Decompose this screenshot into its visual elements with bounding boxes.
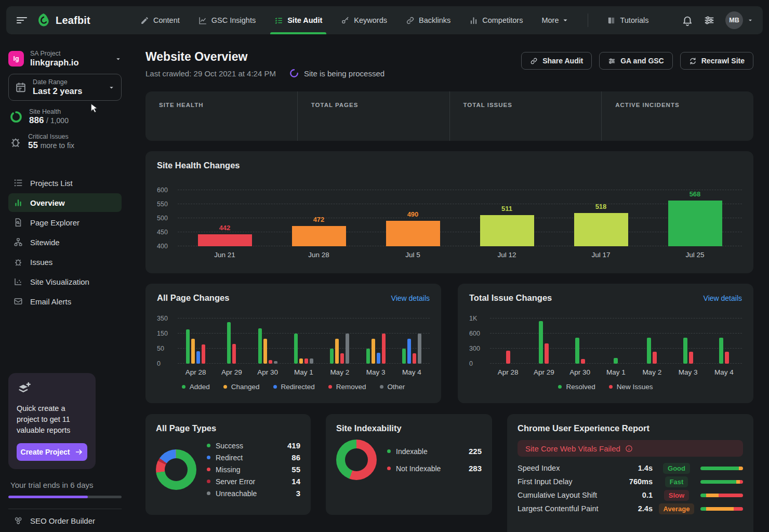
share-audit-button[interactable]: Share Audit <box>521 52 592 70</box>
project-selector[interactable]: lg SA Project linkgraph.io <box>8 50 122 68</box>
bar-new-issues[interactable] <box>689 352 693 364</box>
bar-other[interactable] <box>310 358 313 364</box>
bar-other[interactable] <box>346 334 349 364</box>
hamburger-icon[interactable] <box>16 14 28 26</box>
legend-item-missing[interactable]: Missing55 <box>207 463 300 475</box>
bar-resolved[interactable] <box>539 321 543 364</box>
nav-item-content[interactable]: Content <box>140 6 180 34</box>
bar-removed[interactable] <box>340 353 344 364</box>
bar-changed[interactable] <box>263 339 267 364</box>
sidebar-item-email-alerts[interactable]: Email Alerts <box>8 292 122 311</box>
bar-removed[interactable] <box>232 344 236 364</box>
critical-issues-summary: Critical Issues 55 more to fix <box>8 133 122 151</box>
bar-group <box>598 318 634 364</box>
bar-added[interactable] <box>227 322 231 364</box>
nav-item-site-audit[interactable]: Site Audit <box>274 6 322 34</box>
legend-item-removed[interactable]: Removed <box>328 383 366 391</box>
bar-resolved[interactable] <box>614 358 618 364</box>
legend-item-added[interactable]: Added <box>182 383 210 391</box>
bell-icon[interactable] <box>682 15 693 26</box>
brand[interactable]: Leafbit <box>35 12 90 28</box>
bar-changed[interactable] <box>191 339 195 364</box>
nav-item-keywords[interactable]: Keywords <box>341 6 387 34</box>
view-details-link[interactable]: View details <box>391 294 430 302</box>
bar[interactable] <box>198 234 252 246</box>
user-menu[interactable]: MB <box>725 11 753 29</box>
bar-redirected[interactable] <box>377 353 380 364</box>
sliders-icon[interactable] <box>704 15 715 26</box>
bar[interactable] <box>574 213 628 246</box>
sidebar-item-overview[interactable]: Overview <box>8 193 122 212</box>
donut-chart[interactable] <box>336 440 377 480</box>
nav-item-gsc-insights[interactable]: GSC Insights <box>198 6 256 34</box>
nav-item-more[interactable]: More <box>541 6 569 34</box>
bar[interactable] <box>668 201 722 246</box>
sidebar-item-sitewide[interactable]: Sitewide <box>8 233 122 251</box>
bar-resolved[interactable] <box>683 338 687 364</box>
bar-redirected[interactable] <box>196 351 200 364</box>
sidebar-item-issues[interactable]: Issues <box>8 252 122 271</box>
bar-added[interactable] <box>186 329 190 364</box>
bar-removed[interactable] <box>413 353 416 364</box>
bar-added[interactable] <box>294 334 298 364</box>
bar[interactable] <box>292 226 346 246</box>
bar-redirected[interactable] <box>407 339 411 364</box>
bar-removed[interactable] <box>304 358 308 364</box>
avatar[interactable]: MB <box>725 11 743 29</box>
mouse-cursor <box>88 102 100 114</box>
nav-item-tutorials[interactable]: Tutorials <box>607 6 648 34</box>
sidebar-item-order-links-content[interactable]: Order Links & Content <box>8 530 122 532</box>
bar-added[interactable] <box>366 349 370 364</box>
legend-item-server-error[interactable]: Server Error14 <box>207 475 300 487</box>
legend-item-success[interactable]: Success419 <box>207 440 300 451</box>
legend-item-other[interactable]: Other <box>380 383 405 391</box>
bar[interactable] <box>480 215 534 246</box>
ga-and-gsc-button[interactable]: GA and GSC <box>599 52 673 70</box>
date-range-select[interactable]: Date Range Last 2 years <box>8 74 122 101</box>
legend-item-changed[interactable]: Changed <box>223 383 260 391</box>
header-actions: Share AuditGA and GSCRecrawl Site <box>521 52 753 70</box>
legend-item-not-indexable[interactable]: Not Indexable283 <box>387 460 482 477</box>
bar-changed[interactable] <box>299 358 303 364</box>
bar-new-issues[interactable] <box>725 352 729 364</box>
bar-resolved[interactable] <box>575 338 579 364</box>
legend-item-redirected[interactable]: Redirected <box>273 383 315 391</box>
legend-item-redirect[interactable]: Redirect86 <box>207 451 300 463</box>
spinner-icon <box>289 69 299 78</box>
bar-resolved[interactable] <box>647 338 651 364</box>
bar-added[interactable] <box>330 349 334 364</box>
sidebar-item-page-explorer[interactable]: Page Explorer <box>8 213 122 232</box>
metric-value: 760ms <box>622 477 653 486</box>
bar[interactable] <box>386 221 440 246</box>
bar-removed[interactable] <box>382 334 386 364</box>
bar-new-issues[interactable] <box>653 352 657 364</box>
chart-plot: 050150350 <box>178 318 430 364</box>
nav-item-competitors[interactable]: Competitors <box>469 6 523 34</box>
bar-new-issues[interactable] <box>545 343 549 364</box>
donut-chart[interactable] <box>156 449 196 490</box>
legend-item-unreachable[interactable]: Unreachable3 <box>207 487 300 499</box>
bar-new-issues[interactable] <box>506 351 510 364</box>
bar-new-issues[interactable] <box>581 359 585 364</box>
create-project-button[interactable]: Create Project <box>17 443 87 461</box>
bar-resolved[interactable] <box>719 338 723 364</box>
bar-added[interactable] <box>258 328 262 364</box>
sidebar-item-seo-order-builder[interactable]: SEO Order Builder <box>8 511 122 530</box>
legend-item-indexable[interactable]: Indexable225 <box>387 443 482 460</box>
bar-other[interactable] <box>274 361 277 364</box>
bar-added[interactable] <box>402 349 406 364</box>
recrawl-site-button[interactable]: Recrawl Site <box>680 52 753 70</box>
sidebar-item-site-visualization[interactable]: Site Visualization <box>8 272 122 291</box>
nav-item-backlinks[interactable]: Backlinks <box>406 6 450 34</box>
legend-item-new-issues[interactable]: New Issues <box>609 383 653 391</box>
bar-removed[interactable] <box>202 344 205 364</box>
bar-other[interactable] <box>418 334 421 364</box>
page-explorer-icon <box>14 218 23 227</box>
bar-changed[interactable] <box>372 339 375 364</box>
view-details-link[interactable]: View details <box>704 294 742 302</box>
legend-item-resolved[interactable]: Resolved <box>558 383 595 391</box>
bar-changed[interactable] <box>335 339 339 364</box>
sidebar-item-projects-list[interactable]: Projects List <box>8 174 122 192</box>
info-icon[interactable] <box>625 445 633 453</box>
bar-removed[interactable] <box>269 360 272 364</box>
